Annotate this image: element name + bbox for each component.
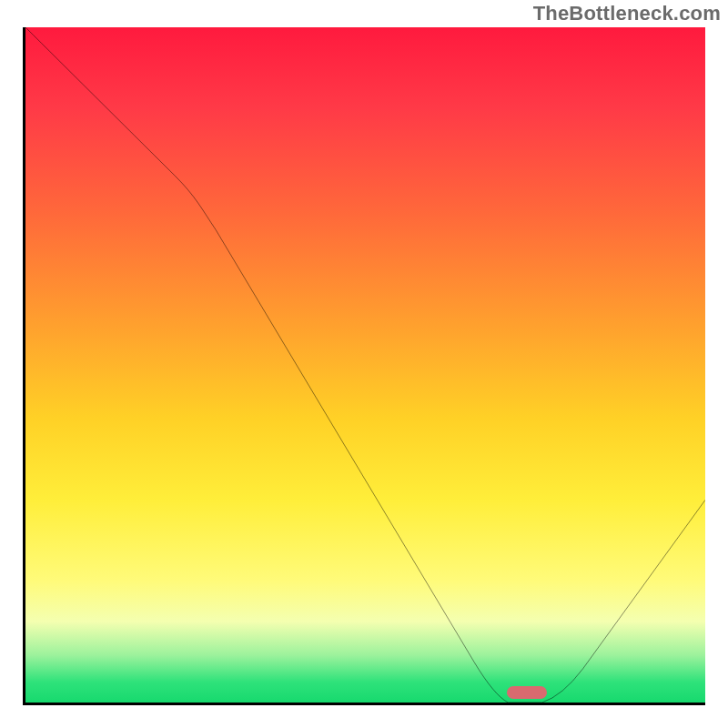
watermark-text: TheBottleneck.com [533,2,721,25]
optimum-marker [507,686,547,699]
plot-area [23,27,705,705]
bottleneck-curve [25,27,705,703]
chart-canvas: TheBottleneck.com [0,0,728,728]
